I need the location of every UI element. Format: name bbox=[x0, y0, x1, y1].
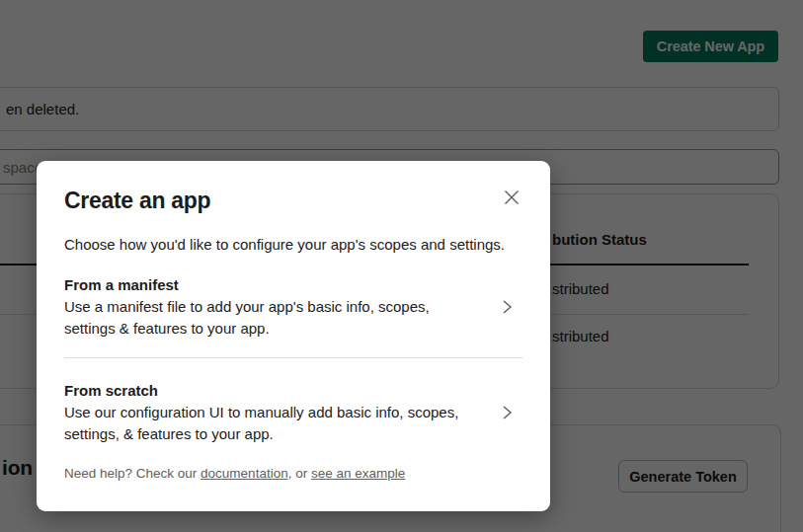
help-separator: , or bbox=[288, 466, 311, 481]
close-icon[interactable] bbox=[501, 185, 526, 210]
option-title: From scratch bbox=[64, 380, 458, 402]
option-from-a-manifest[interactable]: From a manifest Use a manifest file to a… bbox=[64, 274, 522, 340]
create-an-app-modal: Create an app Choose how you'd like to c… bbox=[37, 161, 550, 511]
see-an-example-link[interactable]: see an example bbox=[311, 466, 405, 481]
documentation-link[interactable]: documentation bbox=[201, 466, 288, 481]
option-text: From a manifest Use a manifest file to a… bbox=[64, 274, 430, 340]
chevron-right-icon bbox=[499, 297, 515, 317]
option-from-scratch[interactable]: From scratch Use our configuration UI to… bbox=[64, 380, 522, 445]
modal-subtitle: Choose how you'd like to configure your … bbox=[64, 234, 522, 255]
help-text: Need help? Check our documentation, or s… bbox=[64, 465, 522, 483]
help-prefix: Need help? Check our bbox=[64, 466, 201, 481]
chevron-right-icon bbox=[499, 403, 515, 422]
options-divider bbox=[64, 357, 522, 358]
option-text: From scratch Use our configuration UI to… bbox=[64, 380, 458, 445]
option-description-line: settings, & features to your app. bbox=[64, 423, 458, 445]
modal-title: Create an app bbox=[64, 187, 522, 214]
option-description-line: Use our configuration UI to manually add… bbox=[64, 402, 458, 423]
modal-header: Create an app bbox=[64, 187, 522, 214]
option-title: From a manifest bbox=[64, 274, 430, 296]
slack-api-apps-page: Create New App en deleted. space bution … bbox=[0, 0, 803, 532]
option-description-line: Use a manifest file to add your app's ba… bbox=[64, 296, 430, 318]
option-description-line: settings & features to your app. bbox=[64, 318, 430, 340]
